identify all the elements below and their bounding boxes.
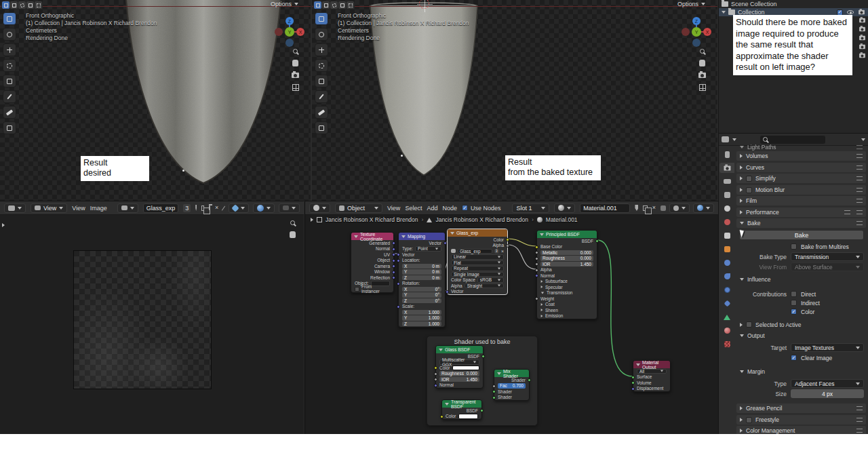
color-swatch[interactable] (452, 366, 479, 371)
menu-view[interactable]: View (72, 205, 85, 212)
navigation-gizmo[interactable]: Z X Y (679, 15, 713, 49)
section-freestyle[interactable]: Freestyle (736, 415, 866, 425)
simplify-checkbox[interactable] (746, 176, 752, 182)
tab-physics-icon[interactable] (719, 285, 734, 295)
section-film[interactable]: Film (736, 196, 866, 205)
tab-modifiers-icon[interactable] (719, 258, 734, 268)
tab-object-data-icon[interactable] (719, 312, 734, 322)
select-box-button[interactable] (10, 1, 18, 9)
viewport-3d-left[interactable]: Front Orthographic (1) Collection | Janc… (0, 0, 311, 201)
socket[interactable] (595, 239, 599, 243)
overlay-dropdown[interactable] (669, 203, 690, 213)
bake-type-row[interactable]: Bake Type Transmission (736, 252, 864, 261)
sidebar-toggle-icon[interactable] (2, 223, 5, 227)
scale-y-slider[interactable]: Y1.000 (402, 315, 441, 321)
tab-material-icon[interactable] (719, 326, 734, 336)
socket[interactable] (535, 269, 538, 272)
socket[interactable] (631, 381, 635, 385)
bake-type-dropdown[interactable]: Transmission (791, 252, 864, 261)
socket[interactable] (440, 415, 443, 418)
margin-size-slider[interactable]: 4 px (791, 389, 864, 398)
outliner-panel[interactable]: Scene Collection Collection Should there… (718, 0, 868, 133)
socket[interactable] (535, 262, 538, 266)
socket[interactable] (434, 366, 437, 370)
socket[interactable] (397, 253, 400, 256)
scale-z-slider[interactable]: Z1.000 (402, 321, 441, 327)
select-none-button[interactable] (347, 1, 354, 9)
cursor-tool-button[interactable] (315, 28, 328, 41)
socket[interactable] (535, 245, 538, 249)
shader-type-dropdown[interactable]: Object (335, 203, 382, 213)
pan-hand-icon[interactable] (699, 60, 705, 66)
node-texture-coordinate[interactable]: Texture Coordinate Generated Normal UV O… (351, 232, 394, 293)
socket[interactable] (535, 274, 538, 277)
rotation-x-slider[interactable]: X0° (402, 287, 441, 292)
filter-dropdown-icon[interactable] (861, 138, 865, 141)
pan-hand-icon[interactable] (292, 60, 298, 66)
tab-view-layer-icon[interactable] (719, 190, 734, 200)
from-instancer-checkbox[interactable] (355, 287, 359, 292)
ior-slider[interactable]: IOR1.450 (439, 377, 479, 382)
contributions-color-row[interactable]: Color (736, 307, 864, 316)
interpolation-dropdown[interactable]: Linear (451, 254, 504, 260)
select-lasso-button[interactable] (338, 1, 346, 9)
outliner-scene-collection-row[interactable]: Scene Collection (719, 0, 868, 8)
menu-view[interactable]: View (387, 205, 400, 212)
baked-image-canvas[interactable] (73, 250, 212, 389)
render-camera-icon[interactable] (859, 36, 865, 40)
slot-dropdown[interactable]: Slot 1 (512, 203, 549, 213)
copy-material-icon[interactable] (643, 205, 647, 211)
output-target-dropdown[interactable]: All (637, 369, 667, 374)
socket[interactable] (446, 290, 449, 294)
tab-object-icon[interactable] (719, 244, 734, 254)
socket[interactable] (492, 390, 496, 393)
contributions-direct-row[interactable]: Contributions Direct (736, 290, 864, 298)
socket[interactable] (392, 253, 395, 256)
orthographic-grid-icon[interactable] (292, 84, 299, 91)
image-name-field[interactable]: Glass_exp (458, 249, 492, 254)
section-bake[interactable]: Bake (736, 218, 866, 228)
section-color-management[interactable]: Color Management (736, 426, 866, 434)
subsection-influence[interactable]: Influence (736, 275, 866, 283)
visibility-eye-icon[interactable] (847, 10, 854, 14)
orthographic-grid-icon[interactable] (699, 84, 706, 91)
snapping-icon[interactable] (660, 205, 666, 211)
subsection-margin[interactable]: Margin (736, 367, 866, 376)
image-mode-dropdown[interactable]: View (31, 203, 67, 213)
select-circle-button[interactable] (330, 1, 338, 9)
node-principled-bsdf[interactable]: Principled BSDF BSDF Base Color Metallic… (536, 230, 597, 319)
transform-tool-button[interactable] (3, 75, 16, 87)
roughness-slider[interactable]: Roughness0.000 (439, 371, 479, 376)
socket[interactable] (397, 259, 400, 262)
image-pivot-dropdown[interactable] (279, 203, 300, 213)
select-none-button[interactable] (35, 1, 42, 9)
colorspace-dropdown[interactable]: sRGB (477, 277, 504, 283)
select-box-button[interactable] (322, 1, 330, 9)
tab-collection-icon[interactable] (719, 231, 734, 241)
metallic-slider[interactable]: Metallic0.000 (540, 250, 593, 256)
shader-editor-header[interactable]: Object View Select Add Node Use Nodes Sl… (305, 201, 718, 215)
annotate-tool-button[interactable] (3, 90, 16, 103)
viewport-toolbar[interactable] (315, 12, 328, 134)
properties-panel[interactable]: Light Paths Volumes Curves Simplify Moti… (718, 133, 868, 434)
socket[interactable] (631, 376, 635, 379)
section-curves[interactable]: Curves (736, 163, 866, 172)
select-circle-button[interactable] (18, 1, 26, 9)
tab-particles-icon[interactable] (719, 271, 734, 281)
tab-constraints-icon[interactable] (719, 298, 734, 309)
render-visibility-column[interactable] (859, 18, 866, 58)
new-image-icon[interactable] (201, 205, 203, 211)
clear-image-checkbox[interactable] (791, 355, 797, 361)
menu-add[interactable]: Add (427, 205, 437, 212)
add-cube-tool-button[interactable] (315, 121, 328, 134)
properties-tabs[interactable] (719, 147, 735, 434)
select-tweak-button[interactable] (314, 1, 321, 9)
users-count[interactable]: 3 (494, 249, 499, 254)
subsection-output[interactable]: Output (736, 331, 866, 340)
distribution-dropdown[interactable]: Multiscatter GGX (439, 359, 479, 365)
section-performance[interactable]: Performance (736, 208, 866, 217)
clear-image-row[interactable]: Clear Image (736, 353, 864, 362)
socket[interactable] (392, 248, 395, 251)
bake-from-multires-row[interactable]: Bake from Multires (736, 242, 864, 251)
options-dropdown[interactable]: Options (677, 1, 705, 7)
